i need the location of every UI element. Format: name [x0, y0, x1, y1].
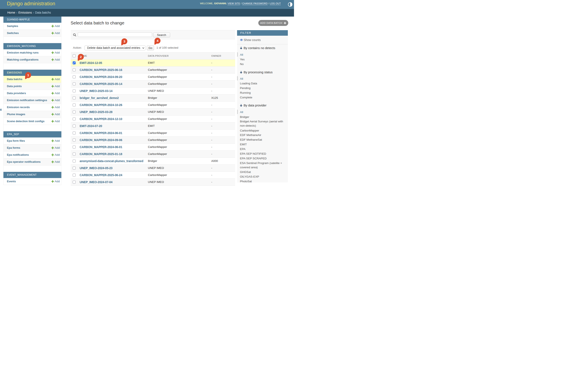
- svg-text:4: 4: [157, 39, 159, 42]
- svg-text:3: 3: [123, 40, 125, 43]
- svg-text:1: 1: [27, 73, 29, 77]
- svg-text:2: 2: [80, 55, 82, 59]
